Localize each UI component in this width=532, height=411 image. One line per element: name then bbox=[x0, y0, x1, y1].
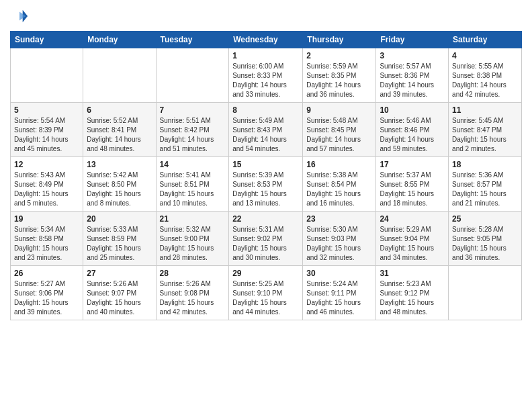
calendar-cell: 24Sunrise: 5:29 AMSunset: 9:04 PMDayligh… bbox=[376, 212, 449, 266]
day-number: 27 bbox=[87, 269, 152, 278]
logo-icon bbox=[10, 7, 29, 26]
calendar-cell bbox=[449, 266, 522, 320]
calendar-cell: 5Sunrise: 5:54 AMSunset: 8:39 PMDaylight… bbox=[11, 103, 83, 157]
day-info: Sunrise: 5:31 AMSunset: 9:02 PMDaylight:… bbox=[232, 225, 299, 263]
day-info: Sunrise: 5:29 AMSunset: 9:04 PMDaylight:… bbox=[380, 225, 445, 263]
calendar-cell: 29Sunrise: 5:25 AMSunset: 9:10 PMDayligh… bbox=[229, 266, 303, 320]
calendar-cell: 20Sunrise: 5:33 AMSunset: 8:59 PMDayligh… bbox=[83, 212, 156, 266]
day-info: Sunrise: 5:39 AMSunset: 8:53 PMDaylight:… bbox=[232, 171, 299, 208]
day-info: Sunrise: 5:52 AMSunset: 8:41 PMDaylight:… bbox=[87, 116, 152, 154]
calendar-week-4: 19Sunrise: 5:34 AMSunset: 8:58 PMDayligh… bbox=[11, 212, 522, 266]
day-info: Sunrise: 5:24 AMSunset: 9:11 PMDaylight:… bbox=[306, 279, 372, 317]
day-number: 8 bbox=[232, 105, 299, 115]
calendar-cell: 19Sunrise: 5:34 AMSunset: 8:58 PMDayligh… bbox=[11, 212, 83, 266]
day-number: 29 bbox=[232, 269, 299, 278]
day-info: Sunrise: 5:54 AMSunset: 8:39 PMDaylight:… bbox=[14, 116, 79, 154]
calendar-cell: 11Sunrise: 5:45 AMSunset: 8:47 PMDayligh… bbox=[449, 103, 522, 157]
day-info: Sunrise: 5:59 AMSunset: 8:35 PMDaylight:… bbox=[306, 62, 372, 99]
day-number: 21 bbox=[160, 214, 226, 224]
day-info: Sunrise: 5:33 AMSunset: 8:59 PMDaylight:… bbox=[87, 225, 152, 263]
calendar-cell: 21Sunrise: 5:32 AMSunset: 9:00 PMDayligh… bbox=[156, 212, 229, 266]
day-number: 5 bbox=[14, 105, 79, 115]
calendar-cell: 12Sunrise: 5:43 AMSunset: 8:49 PMDayligh… bbox=[11, 157, 83, 212]
day-info: Sunrise: 5:37 AMSunset: 8:55 PMDaylight:… bbox=[380, 171, 445, 208]
day-info: Sunrise: 5:46 AMSunset: 8:46 PMDaylight:… bbox=[380, 116, 445, 154]
day-info: Sunrise: 5:55 AMSunset: 8:38 PMDaylight:… bbox=[452, 62, 518, 99]
weekday-header-tuesday: Tuesday bbox=[156, 32, 229, 48]
day-number: 1 bbox=[232, 51, 299, 60]
day-number: 4 bbox=[452, 51, 518, 60]
day-info: Sunrise: 5:57 AMSunset: 8:36 PMDaylight:… bbox=[380, 62, 445, 99]
calendar-cell: 26Sunrise: 5:27 AMSunset: 9:06 PMDayligh… bbox=[11, 266, 83, 320]
calendar-cell bbox=[11, 48, 83, 103]
calendar-cell: 7Sunrise: 5:51 AMSunset: 8:42 PMDaylight… bbox=[156, 103, 229, 157]
day-info: Sunrise: 5:28 AMSunset: 9:05 PMDaylight:… bbox=[452, 225, 518, 263]
day-info: Sunrise: 6:00 AMSunset: 8:33 PMDaylight:… bbox=[232, 62, 299, 99]
day-info: Sunrise: 5:23 AMSunset: 9:12 PMDaylight:… bbox=[380, 279, 445, 317]
calendar-cell: 25Sunrise: 5:28 AMSunset: 9:05 PMDayligh… bbox=[449, 212, 522, 266]
day-number: 25 bbox=[452, 214, 518, 224]
page-container: SundayMondayTuesdayWednesdayThursdayFrid… bbox=[0, 0, 532, 327]
day-info: Sunrise: 5:49 AMSunset: 8:43 PMDaylight:… bbox=[232, 116, 299, 154]
day-info: Sunrise: 5:51 AMSunset: 8:42 PMDaylight:… bbox=[160, 116, 226, 154]
weekday-header-saturday: Saturday bbox=[449, 32, 522, 48]
day-info: Sunrise: 5:34 AMSunset: 8:58 PMDaylight:… bbox=[14, 225, 79, 263]
weekday-header-wednesday: Wednesday bbox=[229, 32, 303, 48]
calendar-cell: 8Sunrise: 5:49 AMSunset: 8:43 PMDaylight… bbox=[229, 103, 303, 157]
day-info: Sunrise: 5:26 AMSunset: 9:07 PMDaylight:… bbox=[87, 279, 152, 317]
day-number: 22 bbox=[232, 214, 299, 224]
calendar-cell: 14Sunrise: 5:41 AMSunset: 8:51 PMDayligh… bbox=[156, 157, 229, 212]
weekday-header-monday: Monday bbox=[83, 32, 156, 48]
day-number: 26 bbox=[14, 269, 79, 278]
day-number: 28 bbox=[160, 269, 226, 278]
calendar-cell: 18Sunrise: 5:36 AMSunset: 8:57 PMDayligh… bbox=[449, 157, 522, 212]
day-number: 31 bbox=[380, 269, 445, 278]
calendar-cell: 17Sunrise: 5:37 AMSunset: 8:55 PMDayligh… bbox=[376, 157, 449, 212]
day-number: 2 bbox=[306, 51, 372, 60]
day-number: 30 bbox=[306, 269, 372, 278]
day-number: 20 bbox=[87, 214, 152, 224]
day-number: 12 bbox=[14, 160, 79, 169]
calendar-week-5: 26Sunrise: 5:27 AMSunset: 9:06 PMDayligh… bbox=[11, 266, 522, 320]
page-header bbox=[10, 7, 522, 26]
day-number: 6 bbox=[87, 105, 152, 115]
calendar-cell bbox=[83, 48, 156, 103]
day-info: Sunrise: 5:42 AMSunset: 8:50 PMDaylight:… bbox=[87, 171, 152, 208]
day-info: Sunrise: 5:43 AMSunset: 8:49 PMDaylight:… bbox=[14, 171, 79, 208]
day-number: 19 bbox=[14, 214, 79, 224]
calendar-header-row: SundayMondayTuesdayWednesdayThursdayFrid… bbox=[11, 32, 522, 48]
calendar-cell: 2Sunrise: 5:59 AMSunset: 8:35 PMDaylight… bbox=[303, 48, 376, 103]
calendar-cell: 16Sunrise: 5:38 AMSunset: 8:54 PMDayligh… bbox=[303, 157, 376, 212]
weekday-header-thursday: Thursday bbox=[303, 32, 376, 48]
calendar-cell: 23Sunrise: 5:30 AMSunset: 9:03 PMDayligh… bbox=[303, 212, 376, 266]
day-number: 10 bbox=[380, 105, 445, 115]
day-number: 13 bbox=[87, 160, 152, 169]
weekday-header-sunday: Sunday bbox=[11, 32, 83, 48]
calendar-cell: 3Sunrise: 5:57 AMSunset: 8:36 PMDaylight… bbox=[376, 48, 449, 103]
day-info: Sunrise: 5:36 AMSunset: 8:57 PMDaylight:… bbox=[452, 171, 518, 208]
logo bbox=[10, 7, 32, 26]
day-info: Sunrise: 5:32 AMSunset: 9:00 PMDaylight:… bbox=[160, 225, 226, 263]
day-info: Sunrise: 5:48 AMSunset: 8:45 PMDaylight:… bbox=[306, 116, 372, 154]
calendar-cell: 31Sunrise: 5:23 AMSunset: 9:12 PMDayligh… bbox=[376, 266, 449, 320]
day-number: 15 bbox=[232, 160, 299, 169]
day-number: 14 bbox=[160, 160, 226, 169]
day-number: 18 bbox=[452, 160, 518, 169]
day-number: 24 bbox=[380, 214, 445, 224]
day-info: Sunrise: 5:41 AMSunset: 8:51 PMDaylight:… bbox=[160, 171, 226, 208]
weekday-header-friday: Friday bbox=[376, 32, 449, 48]
calendar-cell bbox=[156, 48, 229, 103]
calendar-cell: 10Sunrise: 5:46 AMSunset: 8:46 PMDayligh… bbox=[376, 103, 449, 157]
calendar-cell: 4Sunrise: 5:55 AMSunset: 8:38 PMDaylight… bbox=[449, 48, 522, 103]
day-info: Sunrise: 5:26 AMSunset: 9:08 PMDaylight:… bbox=[160, 279, 226, 317]
calendar-cell: 28Sunrise: 5:26 AMSunset: 9:08 PMDayligh… bbox=[156, 266, 229, 320]
calendar-cell: 22Sunrise: 5:31 AMSunset: 9:02 PMDayligh… bbox=[229, 212, 303, 266]
calendar-cell: 13Sunrise: 5:42 AMSunset: 8:50 PMDayligh… bbox=[83, 157, 156, 212]
calendar-cell: 1Sunrise: 6:00 AMSunset: 8:33 PMDaylight… bbox=[229, 48, 303, 103]
day-info: Sunrise: 5:27 AMSunset: 9:06 PMDaylight:… bbox=[14, 279, 79, 317]
day-number: 7 bbox=[160, 105, 226, 115]
calendar-cell: 9Sunrise: 5:48 AMSunset: 8:45 PMDaylight… bbox=[303, 103, 376, 157]
day-number: 3 bbox=[380, 51, 445, 60]
calendar-week-2: 5Sunrise: 5:54 AMSunset: 8:39 PMDaylight… bbox=[11, 103, 522, 157]
calendar-table: SundayMondayTuesdayWednesdayThursdayFrid… bbox=[10, 31, 522, 320]
